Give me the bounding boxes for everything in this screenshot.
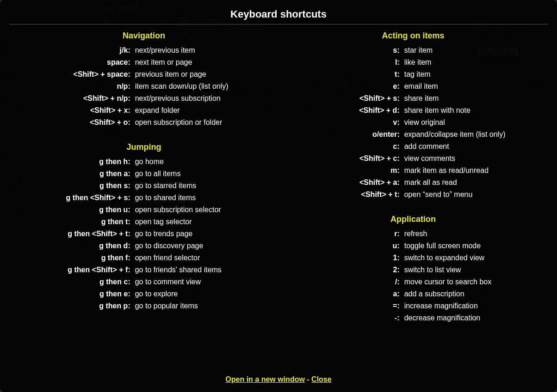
jumping-shortcut-row: g then uopen subscription selector <box>9 204 278 216</box>
shortcut-description: decrease magnification <box>402 312 548 324</box>
jumping-title: Jumping <box>9 142 278 152</box>
acting-shortcut-row: cadd comment <box>278 141 548 153</box>
acting-shortcut-row: <Shift> + amark all as read <box>278 177 548 189</box>
close-link[interactable]: Close <box>311 375 332 383</box>
shortcut-description: go to friends' shared items <box>133 264 278 276</box>
shortcut-key: g then <Shift> + f <box>9 264 133 276</box>
shortcut-description: go to starred items <box>133 180 278 192</box>
acting-shortcut-row: <Shift> + sshare item <box>278 92 548 104</box>
application-shortcut-row: utoggle full screen mode <box>278 240 548 252</box>
jumping-shortcut-row: g then dgo to discovery page <box>9 240 278 252</box>
shortcut-key: g then <Shift> + s <box>9 192 133 204</box>
application-shortcut-row: 2switch to list view <box>278 264 548 276</box>
application-shortcut-row: rrefresh <box>278 228 548 240</box>
shortcut-key: <Shift> + t <box>278 189 402 201</box>
application-shortcut-row: /move cursor to search box <box>278 276 548 288</box>
shortcut-description: switch to list view <box>402 264 548 276</box>
shortcut-description: star item <box>402 44 548 56</box>
shortcut-key: e <box>278 80 402 92</box>
application-shortcut-row: -decrease magnification <box>278 312 548 324</box>
shortcuts-columns: Navigation j/knext/previous itemspacenex… <box>9 31 548 370</box>
shortcut-key: a <box>278 288 402 300</box>
shortcut-key: j/k <box>9 44 133 56</box>
shortcut-description: open “send to” menu <box>402 189 548 201</box>
application-section: Application rrefreshutoggle full screen … <box>278 214 548 324</box>
shortcut-key: <Shift> + s <box>278 92 402 104</box>
shortcut-description: tag item <box>402 68 548 80</box>
shortcut-description: go to all items <box>133 168 278 180</box>
acting-shortcut-row: o/enterexpand/collapse item (list only) <box>278 129 548 141</box>
shortcut-key: <Shift> + space <box>9 68 133 80</box>
shortcut-description: previous item or page <box>133 68 278 80</box>
shortcut-key: <Shift> + d <box>278 104 402 116</box>
open-new-window-link[interactable]: Open in a new window <box>225 375 305 383</box>
shortcut-key: g then a <box>9 168 133 180</box>
jumping-shortcut-row: g then pgo to popular items <box>9 300 278 312</box>
shortcut-key: <Shift> + c <box>278 153 402 165</box>
shortcut-key: v <box>278 116 402 129</box>
shortcut-description: go to discovery page <box>133 240 278 252</box>
acting-shortcut-row: <Shift> + dshare item with note <box>278 104 548 116</box>
shortcut-key: space <box>9 56 133 68</box>
acting-shortcut-row: <Shift> + topen “send to” menu <box>278 189 548 201</box>
jumping-shortcut-row: g then <Shift> + sgo to shared items <box>9 192 278 204</box>
shortcut-description: expand/collapse item (list only) <box>402 129 548 141</box>
application-shortcut-row: 1switch to expanded view <box>278 252 548 264</box>
shortcut-description: open subscription or folder <box>133 116 278 129</box>
shortcut-key: <Shift> + x <box>9 104 133 116</box>
acting-shortcut-row: mmark item as read/unread <box>278 165 548 177</box>
shortcut-key: <Shift> + n/p <box>9 92 133 104</box>
shortcut-description: add a subscription <box>402 288 548 300</box>
shortcut-key: g then f <box>9 252 133 264</box>
shortcut-key: 2 <box>278 264 402 276</box>
shortcut-key: <Shift> + a <box>278 177 402 189</box>
navigation-shortcut-row: spacenext item or page <box>9 56 278 68</box>
application-shortcut-row: aadd a subscription <box>278 288 548 300</box>
acting-shortcut-row: ttag item <box>278 68 548 80</box>
navigation-shortcut-row: n/pitem scan down/up (list only) <box>9 80 278 92</box>
shortcut-description: like item <box>402 56 548 68</box>
shortcut-key: g then s <box>9 180 133 192</box>
application-shortcut-row: =increase magnification <box>278 300 548 312</box>
shortcut-description: toggle full screen mode <box>402 240 548 252</box>
shortcut-description: open friend selector <box>133 252 278 264</box>
shortcut-key: 1 <box>278 252 402 264</box>
navigation-shortcut-row: j/knext/previous item <box>9 44 278 56</box>
navigation-shortcut-row: <Shift> + oopen subscription or folder <box>9 116 278 129</box>
shortcut-key: g then d <box>9 240 133 252</box>
shortcut-description: view original <box>402 116 548 129</box>
shortcut-description: switch to expanded view <box>402 252 548 264</box>
shortcut-description: email item <box>402 80 548 92</box>
shortcut-key: u <box>278 240 402 252</box>
shortcut-key: n/p <box>9 80 133 92</box>
shortcut-key: g then c <box>9 276 133 288</box>
shortcut-description: go home <box>133 156 278 168</box>
shortcut-key: = <box>278 300 402 312</box>
acting-shortcut-row: eemail item <box>278 80 548 92</box>
left-column: Navigation j/knext/previous itemspacenex… <box>9 31 278 370</box>
shortcut-description: go to comment view <box>133 276 278 288</box>
keyboard-shortcuts-modal: Keyboard shortcuts Navigation j/knext/pr… <box>0 0 557 392</box>
shortcut-key: g then u <box>9 204 133 216</box>
shortcut-description: view comments <box>402 153 548 165</box>
shortcut-description: mark all as read <box>402 177 548 189</box>
acting-shortcut-row: llike item <box>278 56 548 68</box>
shortcut-description: refresh <box>402 228 548 240</box>
shortcut-description: item scan down/up (list only) <box>133 80 278 92</box>
shortcut-key: m <box>278 165 402 177</box>
shortcut-key: / <box>278 276 402 288</box>
shortcut-description: expand folder <box>133 104 278 116</box>
acting-shortcut-row: vview original <box>278 116 548 129</box>
jumping-shortcut-row: g then <Shift> + tgo to trends page <box>9 228 278 240</box>
acting-shortcut-row: <Shift> + cview comments <box>278 153 548 165</box>
modal-title: Keyboard shortcuts <box>9 8 548 24</box>
shortcut-key: g then <Shift> + t <box>9 228 133 240</box>
shortcut-key: t <box>278 68 402 80</box>
shortcut-key: s <box>278 44 402 56</box>
navigation-shortcut-row: <Shift> + n/pnext/previous subscription <box>9 92 278 104</box>
shortcut-key: c <box>278 141 402 153</box>
shortcut-description: add comment <box>402 141 548 153</box>
acting-shortcut-row: sstar item <box>278 44 548 56</box>
modal-footer: Open in a new window - Close <box>9 370 548 387</box>
shortcut-key: - <box>278 312 402 324</box>
